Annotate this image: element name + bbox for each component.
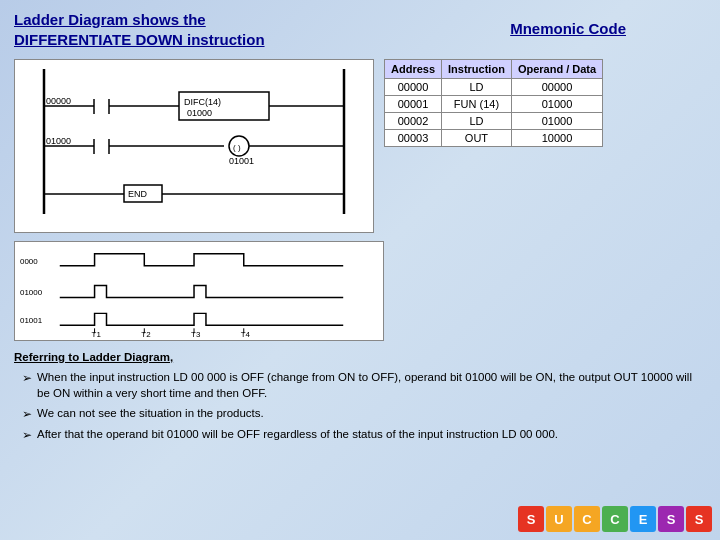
table-cell-operand: 01000 (511, 96, 602, 113)
success-block-s6: S (686, 506, 712, 532)
table-cell-operand: 01000 (511, 113, 602, 130)
table-cell-operand: 10000 (511, 130, 602, 147)
success-blocks: SUCCESS (518, 506, 712, 532)
ladder-diagram: 00000 DIFC(14) 01000 01000 (14, 59, 374, 233)
mnemonic-table-container: Address Instruction Operand / Data 00000… (384, 59, 603, 233)
svg-text:T3: T3 (191, 330, 201, 339)
svg-text:01000: 01000 (187, 108, 212, 118)
svg-text:( ): ( ) (233, 143, 241, 152)
svg-text:DIFC(14): DIFC(14) (184, 97, 221, 107)
table-cell-address: 00003 (385, 130, 442, 147)
col-address: Address (385, 60, 442, 79)
bullet-2: ➢ We can not see the situation in the pr… (14, 405, 706, 423)
svg-text:00000: 00000 (46, 96, 71, 106)
col-operand: Operand / Data (511, 60, 602, 79)
table-cell-instruction: LD (442, 113, 512, 130)
success-block-c2: C (574, 506, 600, 532)
table-cell-instruction: OUT (442, 130, 512, 147)
svg-text:T4: T4 (241, 330, 251, 339)
table-cell-instruction: LD (442, 79, 512, 96)
success-block-e4: E (630, 506, 656, 532)
svg-text:T1: T1 (92, 330, 102, 339)
svg-text:01000: 01000 (46, 136, 71, 146)
referring-line: Referring to Ladder Diagram, (14, 349, 706, 366)
table-cell-instruction: FUN (14) (442, 96, 512, 113)
content-row: 00000 DIFC(14) 01000 01000 (14, 59, 706, 233)
timing-diagram: 0000 01000 01001 T1 T2 T3 T4 (14, 241, 384, 341)
svg-text:T2: T2 (141, 330, 151, 339)
table-cell-address: 00002 (385, 113, 442, 130)
table-row: 00001FUN (14)01000 (385, 96, 603, 113)
mnemonic-title: Mnemonic Code (510, 20, 626, 37)
ladder-svg: 00000 DIFC(14) 01000 01000 (19, 64, 369, 224)
table-cell-operand: 00000 (511, 79, 602, 96)
svg-text:END: END (128, 189, 148, 199)
timing-svg: 0000 01000 01001 T1 T2 T3 T4 (15, 242, 383, 340)
svg-text:0000: 0000 (20, 257, 38, 266)
bullet-1: ➢ When the input instruction LD 00 000 i… (14, 369, 706, 402)
col-instruction: Instruction (442, 60, 512, 79)
success-block-c3: C (602, 506, 628, 532)
table-row: 00002LD01000 (385, 113, 603, 130)
success-block-s0: S (518, 506, 544, 532)
table-row: 00003OUT10000 (385, 130, 603, 147)
text-section: Referring to Ladder Diagram, ➢ When the … (14, 349, 706, 445)
svg-text:01000: 01000 (20, 288, 43, 297)
main-container: Ladder Diagram shows the DIFFERENTIATE D… (0, 0, 720, 540)
table-cell-address: 00000 (385, 79, 442, 96)
mnemonic-table: Address Instruction Operand / Data 00000… (384, 59, 603, 147)
bullet-3: ➢ After that the operand bit 01000 will … (14, 426, 706, 444)
success-block-s5: S (658, 506, 684, 532)
success-block-u1: U (546, 506, 572, 532)
page-title: Ladder Diagram shows the DIFFERENTIATE D… (14, 10, 354, 49)
svg-text:01001: 01001 (229, 156, 254, 166)
table-cell-address: 00001 (385, 96, 442, 113)
table-row: 00000LD00000 (385, 79, 603, 96)
svg-text:01001: 01001 (20, 316, 43, 325)
